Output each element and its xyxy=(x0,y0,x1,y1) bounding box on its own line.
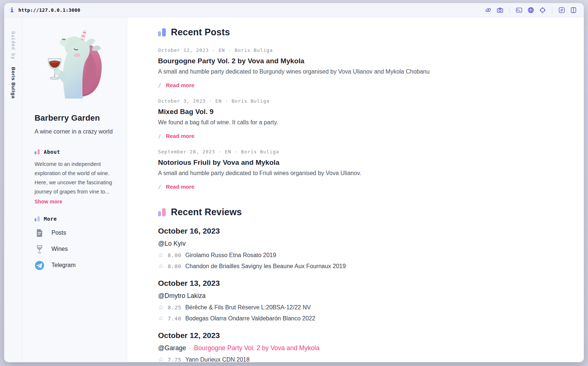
recent-posts-title: Recent Posts xyxy=(171,27,230,38)
review-date: October 12, 2023 xyxy=(158,331,569,340)
dot-separator: · xyxy=(225,98,228,104)
site-tagline: A wine corner in a crazy world xyxy=(35,128,115,135)
post-description: We found a bag full of wine. It calls fo… xyxy=(158,119,569,126)
main-content: Recent Posts October 12, 2023 · EN · Bor… xyxy=(127,17,584,362)
read-more-link[interactable]: Read more xyxy=(166,133,194,139)
review-venue: @Garage xyxy=(158,344,186,352)
link-icon[interactable] xyxy=(485,7,492,14)
post-item: September 28, 2023 · EN · Boris Buliga N… xyxy=(158,149,569,190)
terminal-icon[interactable] xyxy=(516,7,523,14)
browser-window: i http://127.0.0.1:3000 xyxy=(4,3,584,362)
post-date: October 3, 2023 xyxy=(158,98,205,104)
telegram-icon xyxy=(35,260,44,270)
dot-separator: · xyxy=(234,149,238,154)
star-icon: ☆ xyxy=(158,356,164,362)
post-item: October 12, 2023 · EN · Boris Buliga Bou… xyxy=(158,47,569,88)
unicorn-logo xyxy=(38,28,111,103)
post-title[interactable]: Bourgogne Party Vol. 2 by Vova and Mykol… xyxy=(158,57,569,65)
review-group: October 13, 2023 @Dmytro Lakiza ☆ 8.25 B… xyxy=(158,279,569,322)
post-author: Boris Buliga xyxy=(235,47,273,53)
post-lang: EN xyxy=(225,149,231,154)
dot-separator: · xyxy=(189,344,191,352)
address-bar: i http://127.0.0.1:3000 xyxy=(4,3,584,17)
post-date: September 28, 2023 xyxy=(158,149,215,154)
wine-rating: 8.00 xyxy=(168,252,181,258)
camera-icon[interactable] xyxy=(496,7,503,14)
url-text[interactable]: http://127.0.0.1:3000 xyxy=(18,7,80,13)
wine-name: Bodegas Olarra Ondarre Valdebarón Blanco… xyxy=(185,315,315,322)
post-description: A small and humble party dedicated to Fr… xyxy=(158,170,569,177)
star-icon: ☆ xyxy=(158,263,164,269)
post-lang: EN xyxy=(215,98,222,104)
review-event-link[interactable]: Bourgogne Party Vol. 2 by Vova and Mykol… xyxy=(194,344,319,352)
wine-review-row: ☆ 8.00 Girolamo Russo Etna Rosato 2019 xyxy=(158,252,569,259)
post-title[interactable]: Mixed Bag Vol. 9 xyxy=(158,108,569,116)
split-columns-icon[interactable] xyxy=(570,7,577,14)
dot-separator: · xyxy=(209,98,212,104)
guided-by-strip: Guided by Boris Buliga xyxy=(4,17,22,362)
guided-by-author[interactable]: Boris Buliga xyxy=(11,67,16,99)
more-header: More xyxy=(35,216,115,222)
wine-name: Chandon de Briailles Savigny les Beaune … xyxy=(185,263,346,270)
slash-decoration: / xyxy=(158,184,161,190)
review-group: October 12, 2023 @Garage · Bourgogne Par… xyxy=(158,331,569,362)
read-more-link[interactable]: Read more xyxy=(166,82,194,88)
post-date: October 12, 2023 xyxy=(158,47,209,53)
show-more-link[interactable]: Show more xyxy=(35,199,62,205)
review-venue: @Dmytro Lakiza xyxy=(158,292,206,300)
post-description: A small and humble party dedicated to Bu… xyxy=(158,68,569,75)
more-header-label: More xyxy=(44,216,57,222)
bars-icon xyxy=(35,149,40,154)
sidebar-item-label: Posts xyxy=(51,230,66,236)
dot-separator: · xyxy=(212,47,215,53)
post-author: Boris Buliga xyxy=(241,149,279,154)
review-date: October 16, 2023 xyxy=(158,227,569,235)
sidebar: Barberry Garden A wine corner in a crazy… xyxy=(22,17,127,362)
crosshair-icon[interactable] xyxy=(539,7,546,14)
review-venue: @Lo Kyiv xyxy=(158,240,186,248)
info-icon[interactable]: i xyxy=(10,7,18,14)
globe-icon[interactable] xyxy=(527,7,534,14)
recent-posts-header: Recent Posts xyxy=(158,27,569,38)
wine-rating: 7.40 xyxy=(168,316,181,321)
review-date: October 13, 2023 xyxy=(158,279,569,288)
bars-icon xyxy=(158,208,166,216)
slash-decoration: / xyxy=(158,82,161,88)
wine-review-row: ☆ 8.00 Chandon de Briailles Savigny les … xyxy=(158,263,569,270)
toolbar xyxy=(485,7,577,14)
bars-icon xyxy=(35,216,40,221)
document-icon xyxy=(35,228,44,238)
sidebar-item-posts[interactable]: Posts xyxy=(35,228,115,238)
sidebar-item-label: Telegram xyxy=(51,262,76,269)
star-icon: ☆ xyxy=(158,252,164,258)
post-title[interactable]: Notorious Friuli by Vova and Mykola xyxy=(158,159,569,167)
wine-review-row: ☆ 7.40 Bodegas Olarra Ondarre Valdebarón… xyxy=(158,315,569,322)
bars-icon xyxy=(158,28,166,36)
guided-by-label: Guided by xyxy=(11,31,16,60)
site-title: Barberry Garden xyxy=(35,113,115,123)
wine-name: Bérêche & Fils Brut Réserve L:20BSA-12/2… xyxy=(185,304,311,311)
read-more-link[interactable]: Read more xyxy=(166,184,194,190)
review-group: October 16, 2023 @Lo Kyiv ☆ 8.00 Girolam… xyxy=(158,227,569,270)
dot-separator: · xyxy=(218,149,222,154)
about-header-label: About xyxy=(44,149,60,155)
wine-name: Girolamo Russo Etna Rosato 2019 xyxy=(185,252,276,259)
star-icon: ☆ xyxy=(158,304,164,310)
sidebar-item-telegram[interactable]: Telegram xyxy=(35,260,115,270)
recent-reviews-title: Recent Reviews xyxy=(171,207,242,217)
dot-separator: · xyxy=(228,47,232,53)
wine-rating: 8.00 xyxy=(168,263,181,269)
swap-icon[interactable] xyxy=(558,7,565,14)
about-header: About xyxy=(35,149,115,155)
wine-review-row: ☆ 8.25 Bérêche & Fils Brut Réserve L:20B… xyxy=(158,304,569,311)
wine-name: Yann Durieux CDN 2018 xyxy=(185,356,250,362)
toolbar-divider xyxy=(552,7,552,14)
star-icon: ☆ xyxy=(158,315,164,321)
toolbar-divider xyxy=(509,7,510,14)
post-author: Boris Buliga xyxy=(232,98,270,104)
sidebar-item-wines[interactable]: Wines xyxy=(35,244,115,254)
post-meta: October 3, 2023 · EN · Boris Buliga xyxy=(158,98,569,104)
wine-rating: 8.25 xyxy=(168,305,181,310)
wine-rating: 7.75 xyxy=(168,357,181,362)
wine-glass-icon xyxy=(35,244,44,254)
